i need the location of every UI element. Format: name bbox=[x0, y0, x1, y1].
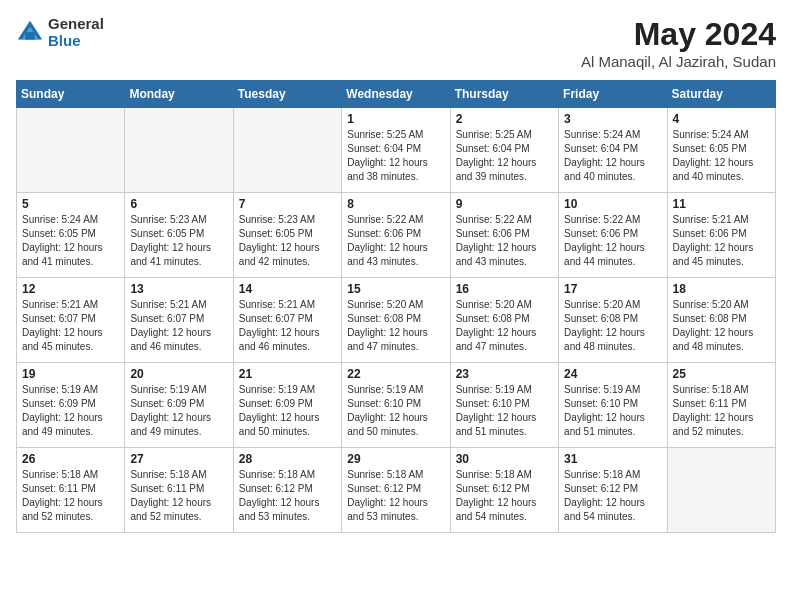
week-row-5: 26Sunrise: 5:18 AMSunset: 6:11 PMDayligh… bbox=[17, 448, 776, 533]
day-info: Sunrise: 5:23 AMSunset: 6:05 PMDaylight:… bbox=[130, 213, 227, 269]
day-info: Sunrise: 5:22 AMSunset: 6:06 PMDaylight:… bbox=[564, 213, 661, 269]
calendar-cell: 15Sunrise: 5:20 AMSunset: 6:08 PMDayligh… bbox=[342, 278, 450, 363]
day-number: 7 bbox=[239, 197, 336, 211]
day-header-monday: Monday bbox=[125, 81, 233, 108]
day-info: Sunrise: 5:20 AMSunset: 6:08 PMDaylight:… bbox=[456, 298, 553, 354]
day-info: Sunrise: 5:19 AMSunset: 6:09 PMDaylight:… bbox=[22, 383, 119, 439]
day-number: 9 bbox=[456, 197, 553, 211]
calendar-location: Al Manaqil, Al Jazirah, Sudan bbox=[581, 53, 776, 70]
calendar-cell: 9Sunrise: 5:22 AMSunset: 6:06 PMDaylight… bbox=[450, 193, 558, 278]
calendar-cell: 2Sunrise: 5:25 AMSunset: 6:04 PMDaylight… bbox=[450, 108, 558, 193]
calendar-cell: 29Sunrise: 5:18 AMSunset: 6:12 PMDayligh… bbox=[342, 448, 450, 533]
day-number: 1 bbox=[347, 112, 444, 126]
day-number: 20 bbox=[130, 367, 227, 381]
day-info: Sunrise: 5:21 AMSunset: 6:07 PMDaylight:… bbox=[130, 298, 227, 354]
day-info: Sunrise: 5:19 AMSunset: 6:10 PMDaylight:… bbox=[347, 383, 444, 439]
day-number: 13 bbox=[130, 282, 227, 296]
day-info: Sunrise: 5:19 AMSunset: 6:09 PMDaylight:… bbox=[239, 383, 336, 439]
day-info: Sunrise: 5:24 AMSunset: 6:05 PMDaylight:… bbox=[22, 213, 119, 269]
day-header-saturday: Saturday bbox=[667, 81, 775, 108]
day-number: 23 bbox=[456, 367, 553, 381]
day-info: Sunrise: 5:21 AMSunset: 6:07 PMDaylight:… bbox=[239, 298, 336, 354]
title-block: May 2024 Al Manaqil, Al Jazirah, Sudan bbox=[581, 16, 776, 70]
day-number: 2 bbox=[456, 112, 553, 126]
day-number: 31 bbox=[564, 452, 661, 466]
calendar-cell: 5Sunrise: 5:24 AMSunset: 6:05 PMDaylight… bbox=[17, 193, 125, 278]
day-number: 28 bbox=[239, 452, 336, 466]
day-number: 22 bbox=[347, 367, 444, 381]
calendar-cell bbox=[233, 108, 341, 193]
calendar-cell bbox=[667, 448, 775, 533]
day-info: Sunrise: 5:18 AMSunset: 6:11 PMDaylight:… bbox=[673, 383, 770, 439]
calendar-cell: 13Sunrise: 5:21 AMSunset: 6:07 PMDayligh… bbox=[125, 278, 233, 363]
day-number: 15 bbox=[347, 282, 444, 296]
day-number: 6 bbox=[130, 197, 227, 211]
day-info: Sunrise: 5:20 AMSunset: 6:08 PMDaylight:… bbox=[564, 298, 661, 354]
calendar-cell: 25Sunrise: 5:18 AMSunset: 6:11 PMDayligh… bbox=[667, 363, 775, 448]
day-number: 11 bbox=[673, 197, 770, 211]
day-info: Sunrise: 5:21 AMSunset: 6:06 PMDaylight:… bbox=[673, 213, 770, 269]
calendar-cell: 1Sunrise: 5:25 AMSunset: 6:04 PMDaylight… bbox=[342, 108, 450, 193]
calendar-cell: 28Sunrise: 5:18 AMSunset: 6:12 PMDayligh… bbox=[233, 448, 341, 533]
day-info: Sunrise: 5:22 AMSunset: 6:06 PMDaylight:… bbox=[347, 213, 444, 269]
day-number: 12 bbox=[22, 282, 119, 296]
calendar-header-row: SundayMondayTuesdayWednesdayThursdayFrid… bbox=[17, 81, 776, 108]
day-info: Sunrise: 5:18 AMSunset: 6:11 PMDaylight:… bbox=[130, 468, 227, 524]
day-number: 21 bbox=[239, 367, 336, 381]
day-number: 29 bbox=[347, 452, 444, 466]
day-number: 26 bbox=[22, 452, 119, 466]
calendar-cell: 3Sunrise: 5:24 AMSunset: 6:04 PMDaylight… bbox=[559, 108, 667, 193]
day-info: Sunrise: 5:18 AMSunset: 6:12 PMDaylight:… bbox=[239, 468, 336, 524]
day-info: Sunrise: 5:18 AMSunset: 6:12 PMDaylight:… bbox=[347, 468, 444, 524]
day-number: 5 bbox=[22, 197, 119, 211]
calendar-cell: 8Sunrise: 5:22 AMSunset: 6:06 PMDaylight… bbox=[342, 193, 450, 278]
calendar-cell: 30Sunrise: 5:18 AMSunset: 6:12 PMDayligh… bbox=[450, 448, 558, 533]
day-info: Sunrise: 5:19 AMSunset: 6:10 PMDaylight:… bbox=[564, 383, 661, 439]
calendar-cell: 17Sunrise: 5:20 AMSunset: 6:08 PMDayligh… bbox=[559, 278, 667, 363]
day-info: Sunrise: 5:20 AMSunset: 6:08 PMDaylight:… bbox=[673, 298, 770, 354]
day-info: Sunrise: 5:22 AMSunset: 6:06 PMDaylight:… bbox=[456, 213, 553, 269]
calendar-cell bbox=[17, 108, 125, 193]
logo-icon bbox=[16, 19, 44, 47]
day-header-sunday: Sunday bbox=[17, 81, 125, 108]
logo: General Blue bbox=[16, 16, 104, 49]
calendar-cell: 11Sunrise: 5:21 AMSunset: 6:06 PMDayligh… bbox=[667, 193, 775, 278]
day-info: Sunrise: 5:18 AMSunset: 6:12 PMDaylight:… bbox=[564, 468, 661, 524]
week-row-2: 5Sunrise: 5:24 AMSunset: 6:05 PMDaylight… bbox=[17, 193, 776, 278]
calendar-cell: 19Sunrise: 5:19 AMSunset: 6:09 PMDayligh… bbox=[17, 363, 125, 448]
day-info: Sunrise: 5:18 AMSunset: 6:11 PMDaylight:… bbox=[22, 468, 119, 524]
calendar-table: SundayMondayTuesdayWednesdayThursdayFrid… bbox=[16, 80, 776, 533]
calendar-cell: 26Sunrise: 5:18 AMSunset: 6:11 PMDayligh… bbox=[17, 448, 125, 533]
week-row-1: 1Sunrise: 5:25 AMSunset: 6:04 PMDaylight… bbox=[17, 108, 776, 193]
day-number: 17 bbox=[564, 282, 661, 296]
calendar-cell: 14Sunrise: 5:21 AMSunset: 6:07 PMDayligh… bbox=[233, 278, 341, 363]
day-info: Sunrise: 5:19 AMSunset: 6:10 PMDaylight:… bbox=[456, 383, 553, 439]
day-number: 18 bbox=[673, 282, 770, 296]
day-info: Sunrise: 5:20 AMSunset: 6:08 PMDaylight:… bbox=[347, 298, 444, 354]
day-number: 24 bbox=[564, 367, 661, 381]
day-number: 8 bbox=[347, 197, 444, 211]
day-info: Sunrise: 5:18 AMSunset: 6:12 PMDaylight:… bbox=[456, 468, 553, 524]
day-header-wednesday: Wednesday bbox=[342, 81, 450, 108]
calendar-cell: 23Sunrise: 5:19 AMSunset: 6:10 PMDayligh… bbox=[450, 363, 558, 448]
svg-rect-2 bbox=[25, 32, 34, 39]
logo-blue-text: Blue bbox=[48, 33, 104, 50]
calendar-cell: 7Sunrise: 5:23 AMSunset: 6:05 PMDaylight… bbox=[233, 193, 341, 278]
day-number: 10 bbox=[564, 197, 661, 211]
week-row-3: 12Sunrise: 5:21 AMSunset: 6:07 PMDayligh… bbox=[17, 278, 776, 363]
calendar-cell: 12Sunrise: 5:21 AMSunset: 6:07 PMDayligh… bbox=[17, 278, 125, 363]
day-header-thursday: Thursday bbox=[450, 81, 558, 108]
page-header: General Blue May 2024 Al Manaqil, Al Jaz… bbox=[16, 16, 776, 70]
day-header-tuesday: Tuesday bbox=[233, 81, 341, 108]
calendar-cell: 31Sunrise: 5:18 AMSunset: 6:12 PMDayligh… bbox=[559, 448, 667, 533]
calendar-title: May 2024 bbox=[581, 16, 776, 53]
calendar-cell: 27Sunrise: 5:18 AMSunset: 6:11 PMDayligh… bbox=[125, 448, 233, 533]
day-info: Sunrise: 5:25 AMSunset: 6:04 PMDaylight:… bbox=[456, 128, 553, 184]
logo-text: General Blue bbox=[48, 16, 104, 49]
day-number: 25 bbox=[673, 367, 770, 381]
week-row-4: 19Sunrise: 5:19 AMSunset: 6:09 PMDayligh… bbox=[17, 363, 776, 448]
day-number: 4 bbox=[673, 112, 770, 126]
day-info: Sunrise: 5:25 AMSunset: 6:04 PMDaylight:… bbox=[347, 128, 444, 184]
calendar-cell: 10Sunrise: 5:22 AMSunset: 6:06 PMDayligh… bbox=[559, 193, 667, 278]
calendar-cell: 21Sunrise: 5:19 AMSunset: 6:09 PMDayligh… bbox=[233, 363, 341, 448]
